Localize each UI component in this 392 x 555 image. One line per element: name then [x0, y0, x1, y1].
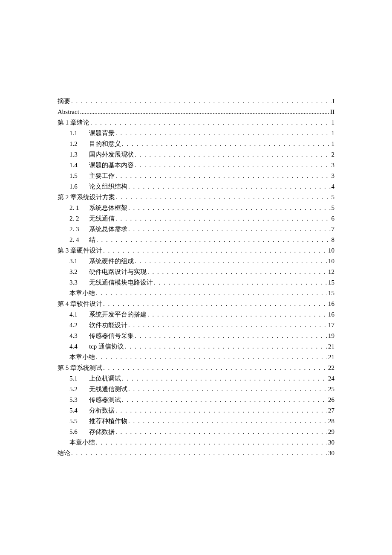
toc-entry-page: 29 [328, 427, 334, 437]
toc-entry-title: 硬件电路设计与实现 [89, 267, 147, 277]
toc-entry-page: 22 [328, 363, 334, 373]
toc-leader-dots [147, 309, 327, 320]
toc-entry-number: 1.1 [69, 128, 89, 139]
toc-leader-dots [103, 299, 327, 309]
toc-entry-page: 24 [328, 373, 334, 384]
table-of-contents: 摘要IAbstractII第 1 章绪论11.1课题背景11.2目的和意义11.… [58, 96, 334, 459]
toc-leader-dots [135, 160, 331, 171]
toc-leader-dots [71, 448, 327, 459]
toc-leader-dots [122, 373, 327, 384]
toc-leader-dots [128, 320, 327, 331]
toc-leader-dots [135, 256, 327, 267]
toc-entry-page: 17 [328, 320, 334, 331]
toc-row: 本章小结21 [58, 352, 334, 363]
toc-entry-number: 4.4 [69, 341, 89, 352]
toc-entry-number: 4.3 [69, 331, 89, 341]
toc-entry-page: 21 [328, 341, 334, 352]
toc-entry-number: 2. 3 [69, 224, 89, 235]
toc-leader-dots [125, 341, 327, 352]
toc-entry-page: 4 [331, 181, 335, 192]
toc-entry-page: 10 [328, 245, 334, 256]
toc-leader-dots [122, 395, 327, 405]
toc-row: 5.2无线通信测试25 [58, 384, 334, 395]
toc-entry-page: 3 [331, 171, 335, 181]
toc-entry-page: II [330, 107, 334, 117]
toc-row: 2. 3系统总体需求7 [58, 224, 334, 235]
toc-leader-dots [103, 363, 327, 373]
toc-entry-page: 1 [331, 139, 335, 149]
toc-entry-page: 16 [328, 299, 334, 309]
toc-entry-number: 1.6 [69, 181, 89, 192]
toc-row: 摘要I [58, 96, 334, 107]
toc-leader-dots [128, 181, 331, 192]
toc-entry-page: 27 [328, 405, 334, 416]
toc-leader-dots [96, 235, 331, 245]
toc-entry-number: 1.3 [69, 149, 89, 160]
toc-row: 1.2目的和意义1 [58, 139, 334, 149]
toc-leader-dots [80, 107, 329, 117]
toc-row: 1.6论文组织结构4 [58, 181, 334, 192]
toc-entry-title: 本章小结 [69, 437, 95, 448]
toc-entry-title: 第 2 章系统设计方案 [58, 192, 115, 203]
toc-entry-number: 5.6 [69, 427, 89, 437]
toc-leader-dots [135, 331, 327, 341]
toc-entry-number: 4.2 [69, 320, 89, 331]
toc-leader-dots [128, 203, 331, 213]
toc-entry-title: 摘要 [58, 96, 70, 107]
toc-entry-number: 3.2 [69, 267, 89, 277]
toc-leader-dots [96, 352, 327, 363]
toc-row: 第 4 章软件设计16 [58, 299, 334, 309]
toc-entry-title: 第 5 章系统测试 [58, 363, 102, 373]
toc-entry-number: 5.2 [69, 384, 89, 395]
toc-row: 1.3国内外发展现状2 [58, 149, 334, 160]
toc-row: 4.4tcp 通信协议21 [58, 341, 334, 352]
toc-entry-title: 第 3 章硬件设计 [58, 245, 102, 256]
toc-entry-page: 6 [331, 213, 335, 224]
toc-row: 1.4课题的基本内容3 [58, 160, 334, 171]
toc-entry-title: 结 [89, 235, 95, 245]
toc-entry-number: 3.3 [69, 277, 89, 288]
toc-entry-page: 7 [331, 224, 335, 235]
toc-entry-title: tcp 通信协议 [89, 341, 124, 352]
toc-row: 5.5推荐种植作物28 [58, 416, 334, 427]
toc-row: 第 1 章绪论1 [58, 117, 334, 128]
toc-row: 4.3传感器信号采集19 [58, 331, 334, 341]
toc-entry-title: 第 4 章软件设计 [58, 299, 102, 309]
toc-leader-dots [90, 117, 331, 128]
toc-entry-title: 系统开发平台的搭建 [89, 309, 147, 320]
toc-entry-page: 21 [328, 352, 334, 363]
toc-entry-title: 本章小结 [69, 288, 95, 299]
toc-leader-dots [147, 267, 327, 277]
toc-entry-title: 传感器信号采集 [89, 331, 134, 341]
toc-entry-title: 国内外发展现状 [89, 149, 134, 160]
toc-leader-dots [115, 427, 327, 437]
toc-leader-dots [115, 405, 327, 416]
toc-row: 2. 4 结8 [58, 235, 334, 245]
toc-row: 第 5 章系统测试22 [58, 363, 334, 373]
toc-entry-page: 30 [328, 448, 334, 459]
toc-entry-number: 2. 2 [69, 213, 89, 224]
toc-entry-number: 2. 4 [69, 235, 89, 245]
toc-entry-page: 5 [331, 192, 335, 203]
toc-row: 4.2软件功能设计17 [58, 320, 334, 331]
toc-entry-title: 课题背景 [89, 128, 115, 139]
toc-row: 结论30 [58, 448, 334, 459]
toc-row: 第 3 章硬件设计10 [58, 245, 334, 256]
toc-row: 3.2硬件电路设计与实现12 [58, 267, 334, 277]
toc-row: 5.1上位机调试24 [58, 373, 334, 384]
toc-row: 本章小结15 [58, 288, 334, 299]
toc-entry-number: 1.5 [69, 171, 89, 181]
toc-entry-page: I [332, 96, 334, 107]
toc-entry-title: 系统总体需求 [89, 224, 127, 235]
toc-entry-page: 12 [328, 267, 334, 277]
toc-entry-title: 目的和意义 [89, 139, 121, 149]
toc-leader-dots [128, 416, 327, 427]
toc-entry-page: 1 [331, 117, 335, 128]
toc-row: 2. 2无线通信6 [58, 213, 334, 224]
toc-leader-dots [115, 213, 331, 224]
toc-entry-page: 28 [328, 416, 334, 427]
toc-entry-number: 2. 1 [69, 203, 89, 213]
toc-leader-dots [116, 192, 331, 203]
toc-entry-page: 3 [331, 160, 335, 171]
toc-row: 1.5主要工作3 [58, 171, 334, 181]
